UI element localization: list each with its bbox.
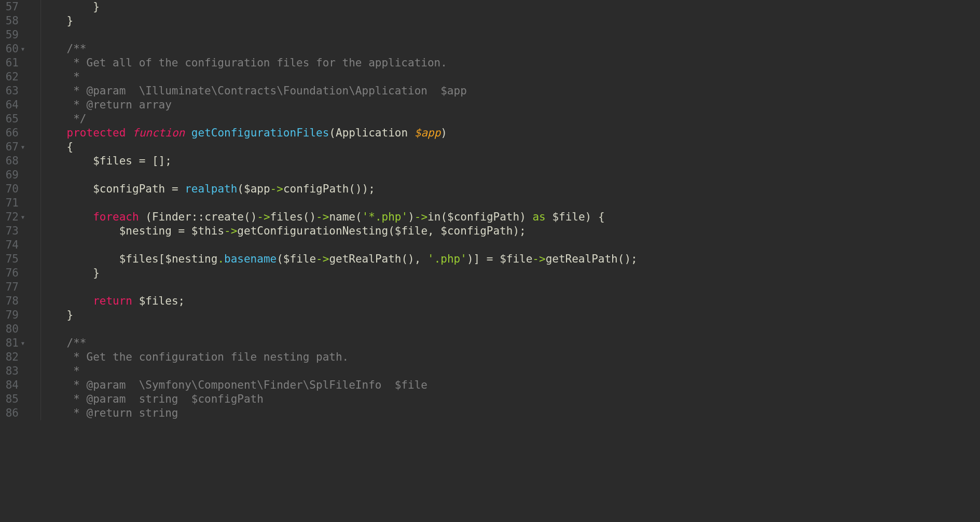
token: Application xyxy=(336,127,415,139)
code-line[interactable]: $configPath = realpath($app->configPath(… xyxy=(40,182,980,196)
fold-icon[interactable] xyxy=(19,336,27,350)
token xyxy=(126,127,132,139)
code-line[interactable]: /** xyxy=(40,336,980,350)
token: return xyxy=(93,295,132,307)
line-number: 77 xyxy=(0,280,19,294)
token: -> xyxy=(316,253,329,265)
token: [ xyxy=(159,253,165,265)
code-line[interactable]: } xyxy=(40,0,980,14)
token: { xyxy=(40,141,73,153)
code-line[interactable]: * @param string $configPath xyxy=(40,392,980,406)
code-line[interactable]: * @param \Symfony\Component\Finder\SplFi… xyxy=(40,378,980,392)
code-line[interactable]: { xyxy=(40,140,980,154)
gutter-line: 65 xyxy=(0,112,27,126)
code-line[interactable] xyxy=(40,238,980,252)
line-number: 70 xyxy=(0,182,19,196)
token: ) { xyxy=(585,211,605,223)
token: * @param \Symfony\Component\Finder\SplFi… xyxy=(40,379,427,391)
code-line[interactable]: $files = []; xyxy=(40,154,980,168)
code-line[interactable]: } xyxy=(40,266,980,280)
code-line[interactable]: } xyxy=(40,308,980,322)
token: ()); xyxy=(349,183,375,195)
code-line[interactable] xyxy=(40,168,980,182)
token: * @return string xyxy=(40,407,178,419)
token xyxy=(493,253,500,265)
gutter-line: 84 xyxy=(0,378,27,392)
token: $file xyxy=(395,225,427,237)
fold-icon[interactable] xyxy=(19,210,27,224)
indent-guide xyxy=(40,364,41,378)
code-line[interactable]: * Get the configuration file nesting pat… xyxy=(40,350,980,364)
gutter-line: 83 xyxy=(0,364,27,378)
token: -> xyxy=(316,211,329,223)
token: ) xyxy=(408,211,415,223)
code-line[interactable]: * xyxy=(40,364,980,378)
gutter-line: 78 xyxy=(0,294,27,308)
token: $files xyxy=(119,253,159,265)
token: getRealPath xyxy=(546,253,618,265)
code-editor[interactable]: 5758596061626364656667686970717273747576… xyxy=(0,0,980,522)
token: = xyxy=(487,253,493,265)
gutter-line: 64 xyxy=(0,98,27,112)
code-line[interactable]: * @return array xyxy=(40,98,980,112)
code-line[interactable]: $nesting = $this->getConfigurationNestin… xyxy=(40,224,980,238)
token: getConfigurationFiles xyxy=(191,127,329,139)
token: -> xyxy=(532,253,545,265)
code-line[interactable]: /** xyxy=(40,42,980,56)
token: ( xyxy=(355,211,362,223)
line-number: 85 xyxy=(0,392,19,406)
token: * @param \Illuminate\Contracts\Foundatio… xyxy=(40,85,467,97)
indent-guide xyxy=(40,14,41,28)
token: ( xyxy=(277,253,283,265)
line-number: 62 xyxy=(0,70,19,84)
fold-icon[interactable] xyxy=(19,42,27,56)
code-line[interactable] xyxy=(40,28,980,42)
code-line[interactable] xyxy=(40,196,980,210)
indent-guide xyxy=(40,98,41,112)
gutter-line: 71 xyxy=(0,196,27,210)
token: function xyxy=(132,127,185,139)
gutter-line: 72 xyxy=(0,210,27,224)
gutter-line: 57 xyxy=(0,0,27,14)
token: Finder xyxy=(152,211,191,223)
code-area[interactable]: } } /** * Get all of the configuration f… xyxy=(30,0,980,522)
gutter: 5758596061626364656667686970717273747576… xyxy=(0,0,30,522)
token: * xyxy=(40,365,80,377)
indent-guide xyxy=(40,140,41,154)
code-line[interactable]: * @return string xyxy=(40,406,980,420)
code-line[interactable]: } xyxy=(40,14,980,28)
gutter-line: 67 xyxy=(0,140,27,154)
indent-guide xyxy=(40,294,41,308)
code-line[interactable]: foreach (Finder::create()->files()->name… xyxy=(40,210,980,224)
token: $this xyxy=(191,225,224,237)
token: files xyxy=(270,211,303,223)
line-number: 59 xyxy=(0,28,19,42)
token xyxy=(132,155,139,167)
code-line[interactable] xyxy=(40,280,980,294)
gutter-line: 61 xyxy=(0,56,27,70)
token: ) xyxy=(440,127,447,139)
token: * Get the configuration file nesting pat… xyxy=(40,351,349,363)
indent-guide xyxy=(40,210,41,224)
fold-icon[interactable] xyxy=(19,140,27,154)
token: as xyxy=(532,211,545,223)
token xyxy=(40,295,93,307)
code-line[interactable]: return $files; xyxy=(40,294,980,308)
code-line[interactable]: * xyxy=(40,70,980,84)
token: '.php' xyxy=(427,253,467,265)
token: * xyxy=(40,71,80,83)
indent-guide xyxy=(40,308,41,322)
token: []; xyxy=(145,155,172,167)
token: . xyxy=(217,253,224,265)
line-number: 61 xyxy=(0,56,19,70)
code-line[interactable]: * @param \Illuminate\Contracts\Foundatio… xyxy=(40,84,980,98)
gutter-line: 77 xyxy=(0,280,27,294)
code-line[interactable]: $files[$nesting.basename($file->getRealP… xyxy=(40,252,980,266)
line-number: 84 xyxy=(0,378,19,392)
line-number: 66 xyxy=(0,126,19,140)
code-line[interactable]: protected function getConfigurationFiles… xyxy=(40,126,980,140)
token: protected xyxy=(67,127,126,139)
code-line[interactable]: * Get all of the configuration files for… xyxy=(40,56,980,70)
code-line[interactable]: */ xyxy=(40,112,980,126)
code-line[interactable] xyxy=(40,322,980,336)
